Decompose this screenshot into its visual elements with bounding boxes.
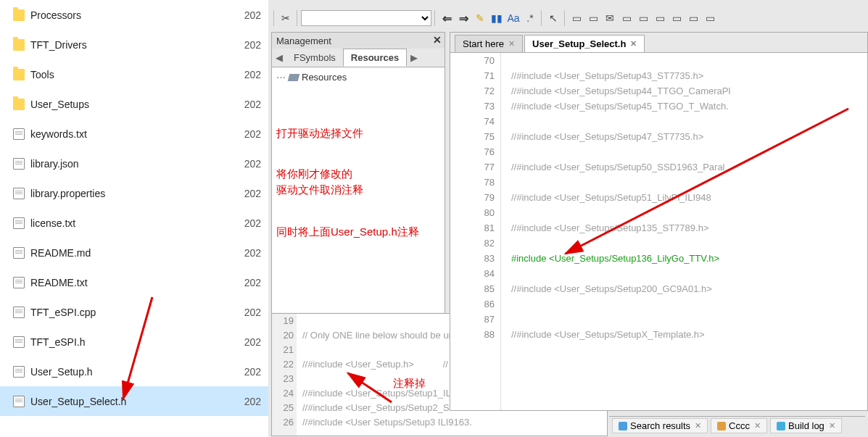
file-date: 202 — [244, 188, 261, 199]
file-name: keywords.txt — [30, 128, 87, 140]
file-row[interactable]: Tools202 — [0, 59, 268, 89]
tab-resources[interactable]: Resources — [343, 49, 407, 67]
file-date: 202 — [244, 336, 261, 348]
mail-icon[interactable]: ✉ — [602, 10, 618, 26]
file-row[interactable]: README.md202 — [0, 238, 268, 267]
management-title: Management — [276, 36, 331, 46]
tab-close-icon[interactable]: ✕ — [508, 39, 515, 49]
editor-tab[interactable]: Start here✕ — [455, 35, 523, 52]
bottom-tab[interactable]: Search results✕ — [612, 418, 708, 433]
resources-tree-root[interactable]: ⋯ Resources — [276, 72, 440, 83]
match-case-button[interactable]: Aa — [505, 10, 521, 26]
file-row[interactable]: TFT_eSPI.h202 — [0, 327, 268, 357]
editor-gutter: 70717273747576777879808182838485868788 — [450, 53, 501, 410]
file-icon — [13, 188, 25, 199]
file-row[interactable]: README.txt202 — [0, 267, 268, 297]
resource-icon — [288, 74, 300, 81]
editor-tab-bar: Start here✕User_Setup_Select.h✕ — [450, 33, 867, 53]
close-icon[interactable]: ✕ — [754, 421, 761, 430]
file-name: User_Setup.h — [30, 366, 93, 378]
file-row[interactable]: User_Setup.h202 — [0, 357, 268, 386]
file-icon — [13, 307, 25, 318]
file-row[interactable]: User_Setup_Select.h202 — [0, 386, 268, 416]
file-date: 202 — [244, 366, 261, 378]
file-row[interactable]: license.txt202 — [0, 208, 268, 238]
file-icon — [13, 128, 25, 140]
toolbar: ✂ ⇐ ⇒ ✎ ▮▮ Aa .* ↖ ▭ ▭ ✉ ▭ ▭ ▭ ▭ ▭ ▭ — [268, 7, 868, 29]
file-row[interactable]: TFT_eSPI.cpp202 — [0, 297, 268, 327]
bottom-tab[interactable]: Cccc✕ — [711, 418, 767, 433]
code-editor: Start here✕User_Setup_Select.h✕ 70717273… — [450, 32, 868, 411]
tree-expand-icon[interactable]: ⋯ — [276, 72, 286, 83]
file-name: license.txt — [30, 217, 75, 229]
annotation-comment-out: 注释掉 — [393, 377, 426, 391]
folder-icon — [13, 9, 25, 21]
file-row[interactable]: library.properties202 — [0, 178, 268, 208]
rect3-icon[interactable]: ▭ — [619, 10, 635, 26]
file-name: TFT_Drivers — [30, 39, 87, 51]
rect1-icon[interactable]: ▭ — [569, 10, 584, 26]
nav-forward-button[interactable]: ⇒ — [455, 10, 471, 26]
file-row[interactable]: User_Setups202 — [0, 89, 268, 119]
close-icon[interactable]: ✕ — [433, 34, 442, 46]
file-name: Processors — [30, 9, 81, 21]
editor-lines[interactable]: //#include <User_Setups/Setup43_ST7735.h… — [501, 53, 867, 410]
rect4-icon[interactable]: ▭ — [635, 10, 651, 26]
editor-tab[interactable]: User_Setup_Select.h✕ — [524, 35, 645, 52]
highlight-button[interactable]: ✎ — [472, 10, 488, 26]
file-name: README.txt — [30, 277, 88, 288]
file-date: 202 — [244, 69, 261, 80]
file-date: 202 — [244, 99, 261, 110]
file-icon — [13, 366, 25, 378]
bottom-tab-icon — [777, 422, 785, 430]
file-row[interactable]: Processors202 — [0, 0, 268, 30]
management-tabs: ◀ FSymbols Resources ▶ — [272, 49, 445, 67]
tab-next-button[interactable]: ▶ — [407, 52, 421, 63]
tab-prev-button[interactable]: ◀ — [272, 52, 286, 63]
file-row[interactable]: library.json202 — [0, 149, 268, 178]
select-button[interactable]: ▮▮ — [489, 10, 505, 26]
bottom-tab-icon — [717, 422, 726, 430]
bottom-tab-bar: Search results✕Cccc✕Build log✕ — [609, 416, 865, 435]
annotation-2: 将你刚才修改的 — [276, 167, 352, 181]
close-icon[interactable]: ✕ — [695, 421, 701, 430]
cursor-icon[interactable]: ↖ — [545, 10, 561, 26]
file-name: README.md — [30, 247, 91, 259]
file-icon — [13, 396, 25, 407]
file-icon — [13, 247, 25, 259]
cut-icon[interactable]: ✂ — [278, 10, 294, 26]
file-date: 202 — [244, 396, 261, 407]
folder-icon — [13, 99, 25, 110]
rect6-icon[interactable]: ▭ — [669, 10, 685, 26]
file-icon — [13, 217, 25, 229]
editor-body: 70717273747576777879808182838485868788 /… — [450, 53, 867, 410]
file-icon — [13, 277, 25, 288]
file-name: TFT_eSPI.cpp — [30, 307, 96, 318]
regex-button[interactable]: .* — [522, 10, 538, 26]
file-date: 202 — [244, 158, 261, 170]
annotation-1: 打开驱动选择文件 — [276, 127, 363, 141]
tab-close-icon[interactable]: ✕ — [630, 39, 637, 49]
rect8-icon[interactable]: ▭ — [702, 10, 718, 26]
file-name: User_Setups — [30, 99, 89, 110]
file-row[interactable]: keywords.txt202 — [0, 119, 268, 149]
annotation-3: 驱动文件取消注释 — [276, 183, 363, 197]
rect2-icon[interactable]: ▭ — [585, 10, 601, 26]
rect7-icon[interactable]: ▭ — [685, 10, 701, 26]
file-explorer: Processors202TFT_Drivers202Tools202User_… — [0, 0, 268, 437]
rect5-icon[interactable]: ▭ — [652, 10, 668, 26]
file-icon — [13, 336, 25, 348]
bottom-tab[interactable]: Build log✕ — [770, 418, 842, 433]
resources-label: Resources — [302, 72, 347, 83]
find-combo[interactable] — [301, 10, 431, 26]
file-name: TFT_eSPI.h — [30, 336, 85, 348]
management-title-bar: Management ✕ — [272, 33, 445, 49]
nav-back-button[interactable]: ⇐ — [439, 10, 455, 26]
close-icon[interactable]: ✕ — [829, 421, 835, 430]
folder-icon — [13, 69, 25, 80]
file-date: 202 — [244, 128, 261, 140]
file-row[interactable]: TFT_Drivers202 — [0, 30, 268, 59]
tab-fsymbols[interactable]: FSymbols — [286, 49, 343, 66]
file-date: 202 — [244, 217, 261, 229]
file-date: 202 — [244, 307, 261, 318]
